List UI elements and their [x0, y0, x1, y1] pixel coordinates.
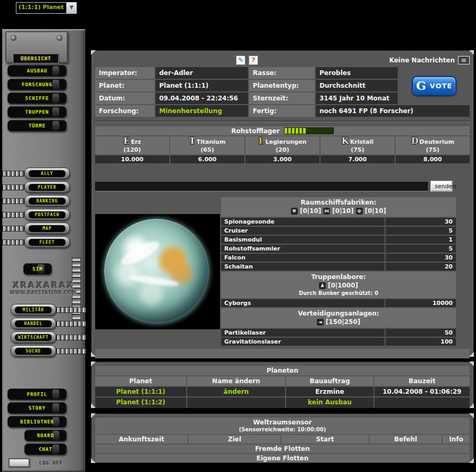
kristall-icon: K: [342, 136, 349, 146]
shipyard-header: Raumschiffsfabriken: ✖ [0|10] ⋈ [0|10] ⊕…: [221, 197, 456, 217]
column-header: Info: [443, 435, 470, 443]
planet-link[interactable]: Planet (1:1:2): [95, 397, 186, 407]
sidebar-item-militaer[interactable]: MILITÄR: [11, 304, 56, 316]
storage-bar: [284, 127, 334, 134]
build-time: [374, 397, 470, 407]
ship-name[interactable]: Spionagesonde: [221, 218, 385, 226]
defense-name[interactable]: Partikellaser: [221, 329, 385, 337]
resource-capacity: (65): [200, 146, 214, 154]
shipyard-slots: [0|10]: [300, 207, 321, 215]
sidebar-item-chat[interactable]: CHAT: [24, 443, 67, 455]
build-order: Erzmine: [286, 387, 373, 396]
sidebar-item-fleet[interactable]: FLEET: [24, 236, 70, 248]
sidebar-item-label: MILITÄR: [15, 307, 52, 313]
sidebar-item-board[interactable]: BOARD: [24, 430, 67, 441]
defense-name[interactable]: Gravitationslaser: [221, 338, 385, 346]
info-value-imperator: der-Adler: [155, 67, 248, 79]
sidebar-item-label: FLEET: [29, 239, 66, 246]
corner-decoration: [469, 458, 474, 463]
sidebar-item-ausbau[interactable]: AUSBAU: [7, 65, 67, 77]
foreign-fleets-row: Fremde Flotten: [95, 445, 470, 453]
ship-name[interactable]: Basismodul: [221, 236, 385, 244]
ship-icon: ⋈: [323, 208, 330, 215]
column-header: Bauauftrag: [286, 376, 373, 386]
write-message-icon[interactable]: ✎: [236, 55, 245, 65]
ship-name[interactable]: Cruiser: [221, 227, 385, 235]
sidebar-item-label: RANKING: [29, 198, 66, 205]
sidebar-item-map[interactable]: MAP: [24, 223, 70, 234]
pipe-decoration: [56, 307, 86, 313]
sensor-panel: Weltraumsensor (Sensorreichweite: 10:00:…: [91, 413, 474, 463]
planets-title: Planeten: [95, 366, 470, 375]
sidebar-item-ally[interactable]: ALLY: [24, 168, 70, 179]
resources-title: Rohstofflager: [231, 127, 279, 135]
sidebar-item-tuerme[interactable]: TÜRME: [7, 120, 67, 132]
column-header: Ankunftszeit: [95, 435, 188, 443]
defense-count: 100: [386, 338, 456, 346]
defense-title: Verteidigungsanlagen:: [221, 310, 456, 318]
ship-name[interactable]: Rohstoffsammler: [221, 245, 385, 253]
build-time: 10.04.2008 - 01:06:29: [374, 387, 470, 396]
ship-count: 20: [386, 263, 456, 271]
message-input[interactable]: [95, 182, 428, 191]
ship-name[interactable]: Schaitan: [221, 263, 385, 271]
resource-header-titanium: TTitanium (65): [170, 136, 244, 154]
screw-icon: [57, 35, 62, 41]
sidebar-item-bibliothek[interactable]: BIBLIOTHEK: [7, 416, 67, 428]
resource-name: Deuterium: [419, 138, 454, 145]
help-icon[interactable]: ?: [249, 55, 258, 65]
planet-select[interactable]: (1:1:1) Planet ▼: [16, 2, 77, 14]
info-value-sternzeit: 3145 Jahr 10 Monat: [316, 92, 398, 104]
sidebar-item-handel[interactable]: HANDEL: [11, 318, 56, 329]
sidebar-item-label: SUCHE: [15, 348, 52, 355]
resource-header-deuterium: DDeuterium (75): [396, 136, 470, 154]
sidebar-item-postfach[interactable]: POSTFACH: [24, 209, 70, 220]
shipyard-slots: [0|10]: [332, 207, 353, 215]
sidebar-item-profil[interactable]: PROFIL: [7, 388, 67, 400]
sidebar-item-ranking[interactable]: RANKING: [24, 195, 70, 207]
resource-name: Kristall: [350, 138, 374, 145]
column-header: Planet: [95, 376, 186, 386]
sidebar-item-schiffe[interactable]: SCHIFFE: [7, 92, 67, 104]
send-button[interactable]: senden: [431, 181, 453, 192]
overview-panel: ✎ ? Keine Nachrichten ✉ Imperator: der-A…: [91, 50, 474, 357]
info-value-forschung[interactable]: Minenherstellung: [155, 105, 248, 117]
rename-link[interactable]: ändern: [187, 387, 285, 396]
sidebar-item-player[interactable]: PLAYER: [24, 181, 70, 193]
sidebar-item-label: MAP: [29, 225, 66, 232]
defense-slots: [150|250]: [326, 318, 360, 326]
info-value-rasse: Perobles: [316, 67, 398, 79]
mail-icon[interactable]: ✉: [458, 56, 470, 64]
game-logo: XRAXARAX: [2, 281, 85, 290]
planet-link[interactable]: Planet (1:1:1): [95, 387, 186, 396]
pipe-decoration: [2, 212, 24, 218]
sidebar-item-wirtschaft[interactable]: WIRTSCHAFT: [11, 331, 56, 343]
chevron-down-icon[interactable]: ▼: [66, 3, 76, 13]
pipe-decoration: [56, 321, 86, 327]
sidebar-item-truppen[interactable]: TRUPPEN: [7, 106, 67, 118]
erz-icon: E: [123, 136, 130, 146]
resource-amount-erz: 10.000: [95, 155, 169, 163]
ship-name[interactable]: Falcon: [221, 254, 385, 262]
sidebar-item-label: ALLY: [29, 170, 66, 177]
vote-button[interactable]: G VOTE: [412, 76, 456, 96]
sidebar-item-uebersicht[interactable]: ÜBERSICHT: [13, 53, 59, 64]
ship-count: 1: [386, 236, 456, 244]
sidebar-item-story[interactable]: STORY: [7, 402, 67, 414]
shipyard-slots: [0|10]: [365, 207, 386, 215]
corner-decoration: [469, 362, 474, 366]
corner-decoration: [469, 403, 474, 408]
column-header: Befehl: [370, 435, 442, 443]
logoff-switch[interactable]: [8, 458, 30, 467]
resource-header-legierungen: LLegierungen (20): [245, 136, 319, 154]
pipe-decoration: [2, 198, 24, 204]
sidebar-item-sim[interactable]: SIM: [23, 263, 52, 275]
sidebar-item-suche[interactable]: SUCHE: [11, 345, 56, 357]
troop-name[interactable]: Cyborgs: [221, 299, 385, 307]
ship-count: 5: [386, 245, 456, 253]
sidebar-item-forschung[interactable]: FORSCHUNG: [7, 79, 67, 90]
resource-header-kristall: KKristall (75): [321, 136, 395, 154]
ship-count: 5: [386, 227, 456, 235]
defense-count: 50: [386, 329, 456, 337]
logoff-label[interactable]: LOG OFF: [39, 460, 63, 466]
